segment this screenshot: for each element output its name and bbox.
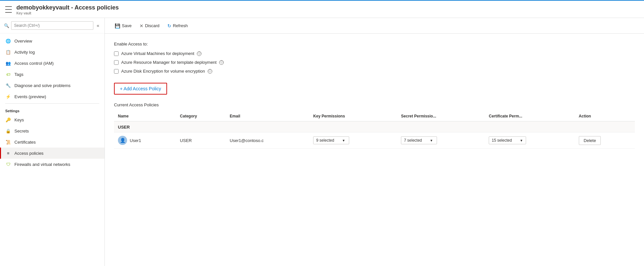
col-header-key-permissions: Key Permissions xyxy=(309,111,397,121)
secret-icon: 🔒 xyxy=(5,128,11,134)
secret-permissions-cell: 7 selected ▼ xyxy=(397,133,485,149)
main-layout: 🔍 « 🌐 Overview 📋 Activity log 👥 Access c… xyxy=(0,18,644,266)
cert-permissions-arrow: ▼ xyxy=(520,139,523,142)
cert-permissions-value: 15 selected xyxy=(492,138,512,143)
content-body: Enable Access to: Azure Virtual Machines… xyxy=(105,34,644,266)
discard-label: Discard xyxy=(145,23,160,28)
info-icon-vm[interactable]: ⓘ xyxy=(197,51,201,56)
action-cell: Delete xyxy=(575,133,635,149)
globe-icon: 🌐 xyxy=(5,38,11,44)
sidebar-item-events[interactable]: ⚡ Events (preview) xyxy=(0,91,104,102)
sidebar-item-diagnose[interactable]: 🔧 Diagnose and solve problems xyxy=(0,80,104,91)
col-header-cert-permissions: Certificate Perm... xyxy=(485,111,575,121)
key-permissions-value: 9 selected xyxy=(316,138,334,143)
sidebar-item-access-control[interactable]: 👥 Access control (IAM) xyxy=(0,58,104,69)
delete-button[interactable]: Delete xyxy=(579,136,601,145)
info-icon-rm[interactable]: ⓘ xyxy=(219,60,224,65)
sidebar-item-access-policies[interactable]: ≡ Access policies xyxy=(0,148,104,159)
refresh-button[interactable]: ↻ Refresh xyxy=(164,22,191,30)
search-icon: 🔍 xyxy=(4,23,9,28)
info-icon-disk[interactable]: ⓘ xyxy=(208,69,212,74)
col-header-action: Action xyxy=(575,111,635,121)
sidebar-item-overview[interactable]: 🌐 Overview xyxy=(0,35,104,46)
page-subtitle: Key vault xyxy=(16,11,119,15)
user-category-cell: USER xyxy=(176,133,226,149)
lightning-icon: ⚡ xyxy=(5,94,11,99)
checkbox-vm-label: Azure Virtual Machines for deployment xyxy=(121,51,194,56)
discard-button[interactable]: ✕ Discard xyxy=(136,22,163,30)
sidebar-item-label: Access control (IAM) xyxy=(14,61,54,66)
checkbox-row-disk-encryption: Azure Disk Encryption for volume encrypt… xyxy=(114,69,635,74)
hamburger-icon xyxy=(5,6,13,13)
user-section-row: USER xyxy=(114,121,635,133)
cert-icon: 📜 xyxy=(5,139,11,145)
save-label: Save xyxy=(122,23,132,28)
key-permissions-arrow: ▼ xyxy=(342,139,345,142)
settings-section-label: Settings xyxy=(0,105,104,114)
table-row: 👤 User1 USER User1@contoso.c 9 selected … xyxy=(114,133,635,149)
table-header-row: Name Category Email Key Permissions Secr… xyxy=(114,111,635,121)
checkbox-vm-deployment[interactable] xyxy=(114,51,119,56)
sidebar: 🔍 « 🌐 Overview 📋 Activity log 👥 Access c… xyxy=(0,18,105,266)
search-input[interactable] xyxy=(11,21,93,30)
sidebar-item-certificates[interactable]: 📜 Certificates xyxy=(0,136,104,148)
sidebar-item-label: Events (preview) xyxy=(14,94,46,99)
sidebar-item-label: Overview xyxy=(14,39,32,44)
sidebar-item-label: Diagnose and solve problems xyxy=(14,83,70,88)
refresh-icon: ↻ xyxy=(167,23,171,28)
enable-access-label: Enable Access to: xyxy=(114,42,635,46)
activity-icon: 📋 xyxy=(5,49,11,55)
checkbox-disk-label: Azure Disk Encryption for volume encrypt… xyxy=(121,69,205,74)
user-name-cell: 👤 User1 xyxy=(114,133,176,149)
tags-icon: 🏷 xyxy=(5,71,11,77)
sidebar-item-label: Secrets xyxy=(14,129,29,133)
key-permissions-cell: 9 selected ▼ xyxy=(309,133,397,149)
sidebar-nav: 🌐 Overview 📋 Activity log 👥 Access contr… xyxy=(0,33,104,266)
sidebar-item-label: Tags xyxy=(14,72,23,77)
col-header-secret-permissions: Secret Permissio... xyxy=(397,111,485,121)
nav-divider xyxy=(5,103,99,104)
current-policies-label: Current Access Policies xyxy=(114,102,635,107)
checkbox-row-resource-manager: Azure Resource Manager for template depl… xyxy=(114,60,635,65)
avatar: 👤 xyxy=(118,136,127,145)
iam-icon: 👥 xyxy=(5,60,11,66)
key-icon: 🔑 xyxy=(5,117,11,123)
wrench-icon: 🔧 xyxy=(5,82,11,88)
avatar-icon: 👤 xyxy=(120,138,125,143)
enable-access-checkboxes: Azure Virtual Machines for deployment ⓘ … xyxy=(114,51,635,74)
key-permissions-dropdown[interactable]: 9 selected ▼ xyxy=(313,136,349,144)
user-name: User1 xyxy=(130,138,141,143)
checkbox-disk-encryption[interactable] xyxy=(114,69,119,74)
sidebar-item-label: Access policies xyxy=(14,151,44,156)
add-access-policy-button[interactable]: + Add Access Policy xyxy=(114,83,167,95)
user-section-label: USER xyxy=(114,121,635,133)
search-bar: 🔍 « xyxy=(0,18,104,33)
col-header-name: Name xyxy=(114,111,176,121)
content-area: 💾 Save ✕ Discard ↻ Refresh Enable Access… xyxy=(105,18,644,266)
refresh-label: Refresh xyxy=(173,23,188,28)
sidebar-item-label: Certificates xyxy=(14,140,36,145)
list-icon: ≡ xyxy=(5,150,11,156)
top-header: demobyokkeyvault - Access policies Key v… xyxy=(0,0,644,18)
cert-permissions-dropdown[interactable]: 15 selected ▼ xyxy=(489,136,526,144)
sidebar-item-keys[interactable]: 🔑 Keys xyxy=(0,114,104,125)
checkbox-resource-manager[interactable] xyxy=(114,60,119,65)
save-button[interactable]: 💾 Save xyxy=(111,22,135,30)
col-header-email: Email xyxy=(226,111,309,121)
sidebar-item-secrets[interactable]: 🔒 Secrets xyxy=(0,125,104,136)
sidebar-item-label: Firewalls and virtual networks xyxy=(14,162,70,167)
checkbox-rm-label: Azure Resource Manager for template depl… xyxy=(121,60,217,65)
policy-table: Name Category Email Key Permissions Secr… xyxy=(114,111,635,149)
secret-permissions-value: 7 selected xyxy=(404,138,422,143)
page-title-group: demobyokkeyvault - Access policies Key v… xyxy=(16,4,119,15)
sidebar-item-tags[interactable]: 🏷 Tags xyxy=(0,69,104,80)
sidebar-item-activity-log[interactable]: 📋 Activity log xyxy=(0,46,104,58)
user-email-cell: User1@contoso.c xyxy=(226,133,309,149)
discard-icon: ✕ xyxy=(140,23,143,28)
collapse-button[interactable]: « xyxy=(95,22,101,29)
add-policy-label: + Add Access Policy xyxy=(120,86,161,91)
cert-permissions-cell: 15 selected ▼ xyxy=(485,133,575,149)
save-icon: 💾 xyxy=(115,23,120,28)
secret-permissions-dropdown[interactable]: 7 selected ▼ xyxy=(401,136,437,144)
sidebar-item-firewalls[interactable]: 🛡 Firewalls and virtual networks xyxy=(0,159,104,170)
